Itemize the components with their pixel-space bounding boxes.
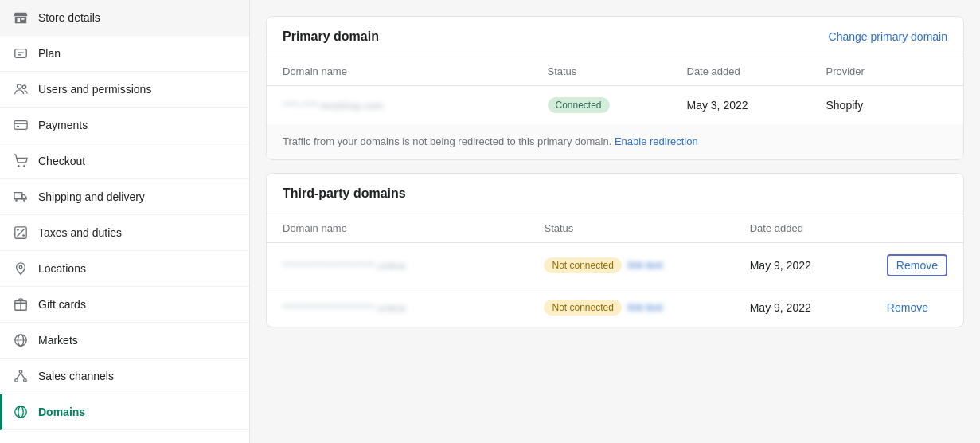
col-header-tp-domain: Domain name bbox=[267, 214, 528, 243]
third-party-domains-title: Third-party domains bbox=[283, 186, 406, 201]
sidebar-item-gift-cards[interactable]: Gift cards bbox=[0, 287, 249, 323]
sidebar-item-locations[interactable]: Locations bbox=[0, 251, 249, 287]
primary-domain-header: Primary domain Change primary domain bbox=[267, 17, 963, 57]
sidebar-item-label: Users and permissions bbox=[38, 83, 151, 96]
primary-domain-provider: Shopify bbox=[810, 86, 964, 125]
remove-button-2[interactable]: Remove bbox=[887, 301, 928, 314]
col-header-status: Status bbox=[532, 57, 671, 86]
tp-domain-status-2: Not connected link text bbox=[528, 288, 733, 327]
table-row: ****-****-testshop.com Connected May 3, … bbox=[267, 86, 963, 125]
tp-domain-status-1: Not connected link text bbox=[528, 243, 733, 288]
checkout-icon bbox=[13, 153, 29, 169]
svg-rect-0 bbox=[15, 49, 26, 58]
primary-domain-title: Primary domain bbox=[283, 29, 379, 44]
table-row: ***********************.online Not conne… bbox=[267, 243, 963, 288]
sidebar-item-label: Plan bbox=[38, 47, 61, 60]
tp-domain-date-2: May 9, 2022 bbox=[734, 288, 871, 327]
change-primary-domain-link[interactable]: Change primary domain bbox=[829, 30, 947, 43]
sidebar-item-label: Gift cards bbox=[38, 298, 86, 311]
third-party-domains-card: Third-party domains Domain name Status D… bbox=[266, 173, 964, 327]
notice-text: Traffic from your domains is not being r… bbox=[283, 135, 611, 147]
col-header-provider: Provider bbox=[810, 57, 964, 86]
store-icon bbox=[13, 10, 29, 25]
svg-point-11 bbox=[23, 199, 25, 202]
tp-domain-action-1: Remove bbox=[871, 243, 963, 288]
remove-button-1[interactable]: Remove bbox=[887, 254, 947, 276]
svg-line-27 bbox=[21, 373, 25, 378]
col-header-tp-status: Status bbox=[528, 214, 733, 243]
col-header-date-added: Date added bbox=[671, 57, 810, 86]
sidebar-item-payments[interactable]: Payments bbox=[0, 108, 249, 143]
svg-rect-5 bbox=[14, 121, 27, 130]
sidebar-item-markets[interactable]: Markets bbox=[0, 323, 249, 359]
sidebar-item-store-details[interactable]: Store details bbox=[0, 0, 249, 36]
sidebar-item-shipping-delivery[interactable]: Shipping and delivery bbox=[0, 179, 249, 215]
sidebar-item-label: Store details bbox=[38, 11, 100, 24]
location-icon bbox=[13, 261, 29, 276]
primary-domain-table: Domain name Status Date added Provider *… bbox=[267, 57, 963, 124]
connected-badge: Connected bbox=[548, 97, 610, 113]
third-party-domains-header: Third-party domains bbox=[267, 174, 963, 214]
svg-rect-7 bbox=[17, 126, 20, 127]
sidebar-item-domains[interactable]: Domains bbox=[0, 394, 249, 430]
sidebar-item-label: Markets bbox=[38, 334, 78, 347]
primary-domain-card: Primary domain Change primary domain Dom… bbox=[266, 16, 964, 160]
sidebar-item-label: Domains bbox=[38, 406, 85, 418]
svg-point-16 bbox=[19, 265, 22, 269]
sidebar-item-users-permissions[interactable]: Users and permissions bbox=[0, 72, 249, 108]
sales-icon bbox=[13, 368, 29, 384]
svg-point-4 bbox=[22, 85, 26, 89]
not-connected-badge-2: Not connected bbox=[544, 300, 621, 316]
tp-domain-action-2: Remove bbox=[871, 288, 963, 327]
primary-domain-name: ****-****-testshop.com bbox=[267, 86, 532, 125]
sidebar-item-label: Checkout bbox=[38, 155, 85, 167]
redirect-notice: Traffic from your domains is not being r… bbox=[267, 124, 963, 159]
tp-domain-name-2: ***********************.online bbox=[267, 288, 528, 327]
sidebar-item-label: Taxes and duties bbox=[38, 226, 122, 239]
svg-point-24 bbox=[19, 370, 22, 374]
svg-line-26 bbox=[17, 373, 21, 378]
col-header-tp-action bbox=[871, 214, 963, 243]
primary-domain-status: Connected bbox=[532, 86, 671, 125]
sidebar: Store details Plan Users and permissions bbox=[0, 0, 250, 443]
svg-point-28 bbox=[15, 406, 26, 418]
payments-icon bbox=[13, 117, 29, 133]
sidebar-item-label: Locations bbox=[38, 262, 86, 275]
svg-point-9 bbox=[23, 165, 25, 167]
sidebar-item-sales-channels[interactable]: Sales channels bbox=[0, 359, 249, 394]
sidebar-item-plan[interactable]: Plan bbox=[0, 36, 249, 72]
svg-point-25 bbox=[24, 379, 27, 382]
col-header-domain-name: Domain name bbox=[267, 57, 532, 86]
markets-icon bbox=[13, 332, 29, 348]
sidebar-item-label: Sales channels bbox=[38, 370, 114, 382]
svg-point-23 bbox=[15, 379, 18, 382]
table-row: ***********************.online Not conne… bbox=[267, 288, 963, 327]
shipping-icon bbox=[13, 189, 29, 205]
svg-point-15 bbox=[22, 234, 25, 237]
svg-point-8 bbox=[18, 165, 20, 167]
plan-icon bbox=[13, 45, 29, 61]
users-icon bbox=[13, 81, 29, 97]
main-content: Primary domain Change primary domain Dom… bbox=[250, 0, 980, 443]
svg-point-14 bbox=[17, 229, 19, 231]
globe-icon bbox=[13, 404, 29, 420]
not-connected-badge-1: Not connected bbox=[544, 257, 621, 273]
col-header-tp-date: Date added bbox=[734, 214, 871, 243]
svg-point-3 bbox=[18, 84, 21, 88]
sidebar-item-label: Payments bbox=[38, 119, 88, 131]
taxes-icon bbox=[13, 225, 29, 241]
third-party-domains-table: Domain name Status Date added **********… bbox=[267, 214, 963, 327]
enable-redirection-link[interactable]: Enable redirection bbox=[615, 135, 698, 147]
svg-point-29 bbox=[18, 406, 23, 418]
tp-domain-date-1: May 9, 2022 bbox=[734, 243, 871, 288]
sidebar-item-label: Shipping and delivery bbox=[38, 190, 145, 203]
tp-domain-name-1: ***********************.online bbox=[267, 243, 528, 288]
sidebar-item-taxes-duties[interactable]: Taxes and duties bbox=[0, 215, 249, 251]
primary-domain-date: May 3, 2022 bbox=[671, 86, 810, 125]
gift-icon bbox=[13, 296, 29, 312]
sidebar-item-checkout[interactable]: Checkout bbox=[0, 143, 249, 179]
svg-point-10 bbox=[15, 199, 18, 202]
